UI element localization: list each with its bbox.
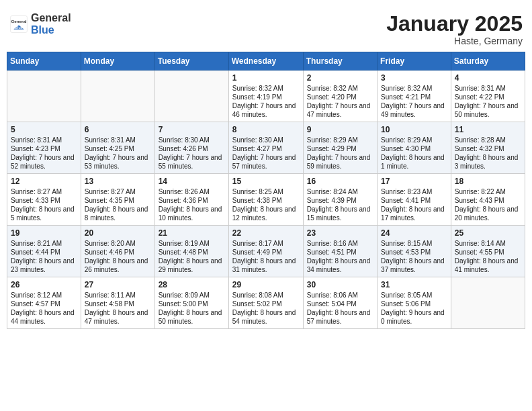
calendar-cell: 27Sunrise: 8:11 AMSunset: 4:58 PMDayligh… <box>81 277 154 329</box>
calendar-cell: 1Sunrise: 8:32 AMSunset: 4:19 PMDaylight… <box>228 71 303 122</box>
calendar-cell: 21Sunrise: 8:19 AMSunset: 4:48 PMDayligh… <box>154 226 228 277</box>
day-number: 14 <box>159 177 225 186</box>
calendar-cell <box>154 71 228 122</box>
day-info: Sunrise: 8:23 AM <box>381 187 447 196</box>
calendar-cell: 30Sunrise: 8:06 AMSunset: 5:04 PMDayligh… <box>303 277 377 329</box>
day-number: 8 <box>232 125 300 134</box>
day-info: Sunset: 4:39 PM <box>307 196 373 205</box>
day-info: Sunrise: 8:21 AM <box>11 239 77 248</box>
weekday-header-thursday: Thursday <box>303 52 377 71</box>
day-info: Sunrise: 8:31 AM <box>11 136 77 144</box>
day-info: Sunset: 4:35 PM <box>85 196 151 205</box>
calendar-table: SundayMondayTuesdayWednesdayThursdayFrid… <box>7 52 525 329</box>
day-number: 31 <box>381 280 447 289</box>
day-number: 17 <box>381 177 447 186</box>
day-number: 7 <box>159 125 225 134</box>
calendar-cell: 14Sunrise: 8:26 AMSunset: 4:36 PMDayligh… <box>154 174 228 226</box>
logo-general: General <box>31 12 71 24</box>
weekday-header-saturday: Saturday <box>451 52 525 71</box>
day-number: 21 <box>159 228 225 238</box>
calendar-cell: 17Sunrise: 8:23 AMSunset: 4:41 PMDayligh… <box>378 174 451 226</box>
day-info: Daylight: 7 hours and 46 minutes. <box>232 101 300 119</box>
location-title: Haste, Germany <box>386 36 523 46</box>
calendar-cell: 2Sunrise: 8:32 AMSunset: 4:20 PMDaylight… <box>303 71 377 122</box>
calendar-cell: 13Sunrise: 8:27 AMSunset: 4:35 PMDayligh… <box>81 174 154 226</box>
day-info: Sunrise: 8:20 AM <box>85 239 151 248</box>
day-info: Daylight: 8 hours and 10 minutes. <box>159 205 225 222</box>
day-info: Sunrise: 8:29 AM <box>381 136 447 144</box>
day-info: Sunrise: 8:24 AM <box>307 187 373 196</box>
calendar-cell: 4Sunrise: 8:31 AMSunset: 4:22 PMDaylight… <box>451 71 525 122</box>
day-number: 22 <box>232 228 300 238</box>
day-info: Daylight: 8 hours and 12 minutes. <box>232 205 300 222</box>
day-info: Sunset: 4:53 PM <box>381 248 447 257</box>
day-info: Sunrise: 8:30 AM <box>232 136 300 144</box>
day-info: Sunrise: 8:09 AM <box>159 291 225 300</box>
day-info: Sunrise: 8:17 AM <box>232 239 300 248</box>
day-info: Sunset: 5:04 PM <box>307 300 373 308</box>
day-info: Sunrise: 8:29 AM <box>307 136 373 144</box>
day-info: Sunset: 4:57 PM <box>11 300 77 308</box>
day-info: Sunrise: 8:32 AM <box>232 84 300 93</box>
month-title: January 2025 <box>386 12 523 36</box>
day-info: Sunset: 4:27 PM <box>232 144 300 153</box>
day-info: Daylight: 8 hours and 47 minutes. <box>85 308 151 326</box>
day-number: 11 <box>455 125 521 134</box>
day-info: Sunset: 4:26 PM <box>159 144 225 153</box>
day-info: Daylight: 7 hours and 59 minutes. <box>307 153 373 171</box>
day-info: Sunset: 4:36 PM <box>159 196 225 205</box>
day-info: Sunset: 4:48 PM <box>159 248 225 257</box>
day-info: Sunset: 4:49 PM <box>232 248 300 257</box>
day-info: Daylight: 8 hours and 8 minutes. <box>85 205 151 222</box>
day-info: Sunset: 4:25 PM <box>85 144 151 153</box>
day-info: Daylight: 7 hours and 47 minutes. <box>307 101 373 119</box>
day-info: Daylight: 8 hours and 1 minute. <box>381 153 447 171</box>
day-number: 13 <box>85 177 151 186</box>
day-info: Daylight: 8 hours and 37 minutes. <box>381 257 447 274</box>
day-number: 24 <box>381 228 447 238</box>
day-info: Sunset: 4:51 PM <box>307 248 373 257</box>
day-number: 30 <box>307 280 373 289</box>
day-info: Sunrise: 8:15 AM <box>381 239 447 248</box>
calendar-cell: 11Sunrise: 8:28 AMSunset: 4:32 PMDayligh… <box>451 122 525 174</box>
day-info: Daylight: 8 hours and 29 minutes. <box>159 257 225 274</box>
day-info: Daylight: 8 hours and 23 minutes. <box>11 257 77 274</box>
weekday-header-wednesday: Wednesday <box>228 52 303 71</box>
svg-text:General: General <box>11 19 26 24</box>
calendar-cell: 3Sunrise: 8:32 AMSunset: 4:21 PMDaylight… <box>378 71 451 122</box>
day-number: 6 <box>85 125 151 134</box>
calendar-cell: 16Sunrise: 8:24 AMSunset: 4:39 PMDayligh… <box>303 174 377 226</box>
day-info: Sunrise: 8:32 AM <box>307 84 373 93</box>
day-number: 26 <box>11 280 77 289</box>
title-area: January 2025 Haste, Germany <box>386 12 523 46</box>
day-info: Sunrise: 8:16 AM <box>307 239 373 248</box>
day-info: Sunrise: 8:30 AM <box>159 136 225 144</box>
day-info: Sunrise: 8:27 AM <box>11 187 77 196</box>
day-info: Daylight: 7 hours and 57 minutes. <box>232 153 300 171</box>
day-info: Daylight: 8 hours and 50 minutes. <box>159 308 225 326</box>
day-info: Sunrise: 8:25 AM <box>232 187 300 196</box>
day-info: Daylight: 8 hours and 31 minutes. <box>232 257 300 274</box>
calendar-cell: 18Sunrise: 8:22 AMSunset: 4:43 PMDayligh… <box>451 174 525 226</box>
calendar-cell: 26Sunrise: 8:12 AMSunset: 4:57 PMDayligh… <box>7 277 81 329</box>
svg-rect-0 <box>11 16 28 33</box>
day-number: 2 <box>307 73 373 83</box>
day-info: Daylight: 8 hours and 3 minutes. <box>455 153 521 171</box>
day-info: Daylight: 8 hours and 15 minutes. <box>307 205 373 222</box>
day-info: Daylight: 8 hours and 57 minutes. <box>307 308 373 326</box>
calendar-cell: 31Sunrise: 8:05 AMSunset: 5:06 PMDayligh… <box>378 277 451 329</box>
day-info: Daylight: 7 hours and 50 minutes. <box>455 101 521 119</box>
weekday-header-monday: Monday <box>81 52 154 71</box>
day-info: Daylight: 8 hours and 17 minutes. <box>381 205 447 222</box>
calendar-cell: 6Sunrise: 8:31 AMSunset: 4:25 PMDaylight… <box>81 122 154 174</box>
day-info: Sunset: 5:02 PM <box>232 300 300 308</box>
calendar-week-row: 26Sunrise: 8:12 AMSunset: 4:57 PMDayligh… <box>7 277 525 329</box>
day-info: Sunset: 4:33 PM <box>11 196 77 205</box>
logo-icon: General Blue <box>9 15 28 34</box>
calendar-week-row: 19Sunrise: 8:21 AMSunset: 4:44 PMDayligh… <box>7 226 525 277</box>
day-info: Daylight: 7 hours and 52 minutes. <box>11 153 77 171</box>
day-info: Sunset: 4:29 PM <box>307 144 373 153</box>
day-number: 12 <box>11 177 77 186</box>
calendar-cell: 23Sunrise: 8:16 AMSunset: 4:51 PMDayligh… <box>303 226 377 277</box>
day-info: Sunset: 4:21 PM <box>381 93 447 101</box>
